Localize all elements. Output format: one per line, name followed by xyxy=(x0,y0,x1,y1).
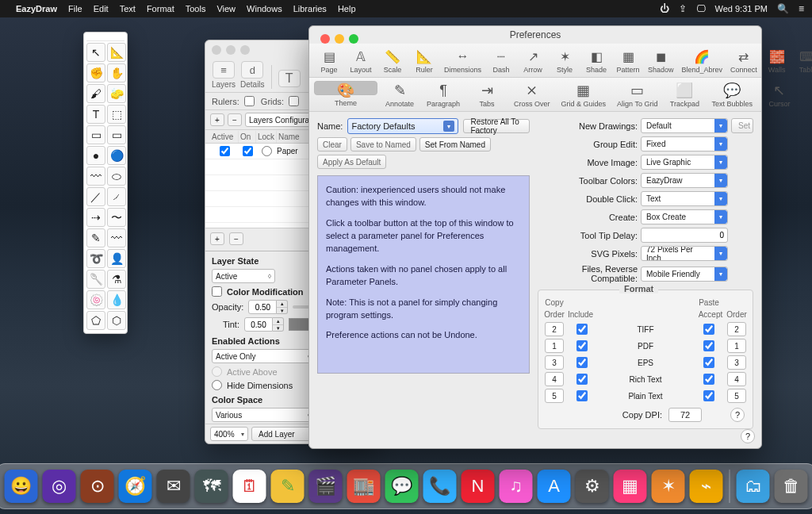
color-mod-checkbox[interactable] xyxy=(212,286,222,297)
toolbar-connect[interactable]: ⇄Connect xyxy=(727,47,760,74)
layers-icon[interactable]: ≡ xyxy=(213,61,235,79)
toolbar-shadow[interactable]: ◼Shadow xyxy=(645,47,677,74)
toolbar-tabs[interactable]: ⇥Tabs xyxy=(466,81,508,108)
tool-3-0[interactable]: T xyxy=(86,105,105,124)
dock-app-icon[interactable]: 🗺 xyxy=(195,470,228,503)
paste-order-input[interactable]: 2 xyxy=(727,322,746,336)
dock-app-icon[interactable]: 🎬 xyxy=(309,470,343,503)
menu-libraries[interactable]: Libraries xyxy=(293,4,327,13)
menu-view[interactable]: View xyxy=(216,4,236,13)
tool-8-1[interactable]: 〜 xyxy=(107,208,126,227)
apply-as-default-button[interactable]: Apply As Default xyxy=(317,155,386,169)
copy-dpi-input[interactable]: 72 xyxy=(668,408,702,422)
tool-0-1[interactable]: 📐 xyxy=(107,43,126,62)
pref-select[interactable]: 72 Pixels Per Inch▾ xyxy=(641,246,728,261)
grids-checkbox[interactable] xyxy=(289,96,299,106)
status-icon[interactable]: ⏻ xyxy=(660,3,669,14)
tool-2-0[interactable]: 🖌 xyxy=(86,84,105,103)
dock-app-icon[interactable]: 🗂 xyxy=(737,470,770,503)
tool-4-0[interactable]: ▭ xyxy=(86,125,105,144)
include-checkbox[interactable] xyxy=(576,374,588,385)
menu-text[interactable]: Text xyxy=(120,4,136,13)
tool-6-1[interactable]: ⬭ xyxy=(107,167,126,186)
toolbar-shade[interactable]: ◧Shade xyxy=(581,47,611,74)
tint-input[interactable] xyxy=(244,317,273,332)
tool-7-0[interactable]: ／ xyxy=(86,187,105,206)
toolbar-grid-guides[interactable]: ▦Grid & Guides xyxy=(557,81,611,108)
pref-select[interactable]: Mobile Friendly▾ xyxy=(641,267,728,282)
dock-app-icon[interactable]: ⊙ xyxy=(81,470,114,503)
accept-checkbox[interactable] xyxy=(703,324,714,335)
dock-app-icon[interactable]: 🏬 xyxy=(347,470,381,503)
toolbar-walls[interactable]: 🧱Walls xyxy=(762,47,792,74)
dock-app-icon[interactable]: ♫ xyxy=(500,470,533,503)
toolbar-dimensions[interactable]: ↔Dimensions xyxy=(441,47,485,74)
dock-app-icon[interactable]: N xyxy=(462,470,495,503)
minimize-button[interactable] xyxy=(226,45,236,55)
menu-format[interactable]: Format xyxy=(147,4,174,13)
include-checkbox[interactable] xyxy=(576,390,588,401)
name-combo[interactable]: Factory Defaults▾ xyxy=(347,118,458,134)
tool-4-1[interactable]: ▭ xyxy=(107,125,126,144)
pref-num-input[interactable] xyxy=(641,228,728,243)
toolbar-trackpad[interactable]: ⬜Trackpad xyxy=(664,81,705,108)
include-checkbox[interactable] xyxy=(576,340,588,351)
spotlight-icon[interactable]: 🔍 xyxy=(777,3,789,14)
pref-select[interactable]: Text▾ xyxy=(641,191,728,206)
dock-app-icon[interactable]: ◎ xyxy=(43,470,76,503)
toolbar-text-bubbles[interactable]: 💬Text Bubbles xyxy=(707,81,757,108)
menu-windows[interactable]: Windows xyxy=(247,4,282,13)
airplay-icon[interactable]: ⇪ xyxy=(679,3,687,14)
remove-config-button[interactable]: − xyxy=(228,113,242,126)
tool-3-1[interactable]: ⬚ xyxy=(107,105,126,124)
pref-select[interactable]: Default▾ xyxy=(641,118,728,133)
toolbar-page[interactable]: ▤Page xyxy=(314,47,344,74)
dock-app-icon[interactable]: ✎ xyxy=(271,470,304,503)
accept-checkbox[interactable] xyxy=(703,340,714,351)
accept-checkbox[interactable] xyxy=(703,374,714,385)
tool-12-0[interactable]: 🍥 xyxy=(86,290,105,309)
tool-0-0[interactable]: ↖ xyxy=(86,43,105,62)
toolbar-annotate[interactable]: ✎Annotate xyxy=(379,81,420,108)
paste-order-input[interactable]: 3 xyxy=(727,355,746,370)
remove-layer-button[interactable]: − xyxy=(229,232,243,245)
dock-app-icon[interactable]: 📞 xyxy=(423,470,457,503)
format-help-button[interactable]: ? xyxy=(730,408,745,422)
dock-app-icon[interactable]: ✉ xyxy=(157,470,190,503)
set-from-named-button[interactable]: Set From Named xyxy=(419,137,491,152)
palette-drag-handle[interactable] xyxy=(86,35,124,41)
layer-state-select[interactable]: Active◊ xyxy=(212,269,275,283)
pref-select[interactable]: Live Graphic▾ xyxy=(641,155,728,170)
app-name[interactable]: EazyDraw xyxy=(16,4,57,13)
dock-app-icon[interactable]: 💬 xyxy=(385,470,419,503)
menu-file[interactable]: File xyxy=(68,4,82,13)
dock-app-icon[interactable]: A xyxy=(538,470,571,503)
rulers-checkbox[interactable] xyxy=(244,96,255,106)
toolbar-blend-abrev[interactable]: 🌈Blend_Abrev xyxy=(679,47,726,74)
include-checkbox[interactable] xyxy=(576,357,588,368)
dock-app-icon[interactable]: ▦ xyxy=(614,470,647,503)
copy-order-input[interactable]: 2 xyxy=(545,322,564,336)
dock-app-icon[interactable]: ⌁ xyxy=(690,470,723,503)
details-icon[interactable]: d xyxy=(241,61,263,79)
toolbar-style[interactable]: ✶Style xyxy=(550,47,580,74)
tool-1-0[interactable]: ✊ xyxy=(86,63,105,82)
add-config-button[interactable]: + xyxy=(210,113,224,126)
tool-11-1[interactable]: ⚗ xyxy=(107,270,126,289)
accept-checkbox[interactable] xyxy=(703,390,714,401)
tool-12-1[interactable]: 💧 xyxy=(107,290,126,309)
toolbar-paragraph[interactable]: ¶Paragraph xyxy=(422,81,465,108)
menu-help[interactable]: Help xyxy=(338,4,356,13)
tool-10-1[interactable]: 👤 xyxy=(107,249,126,268)
tool-5-0[interactable]: ● xyxy=(86,146,105,165)
include-checkbox[interactable] xyxy=(576,324,588,335)
toolbar-align-to-grid[interactable]: ▭Align To Grid xyxy=(612,81,662,108)
zoom-button[interactable] xyxy=(349,34,358,44)
menu-clock[interactable]: Wed 9:31 PM xyxy=(715,4,768,13)
zoom-select[interactable]: 400%▾ xyxy=(210,427,248,441)
zoom-button[interactable] xyxy=(240,45,250,55)
paste-order-input[interactable]: 4 xyxy=(727,372,746,386)
set-button[interactable]: Set xyxy=(731,118,753,133)
tool-6-0[interactable]: 〰 xyxy=(86,167,105,186)
close-button[interactable] xyxy=(212,45,221,55)
